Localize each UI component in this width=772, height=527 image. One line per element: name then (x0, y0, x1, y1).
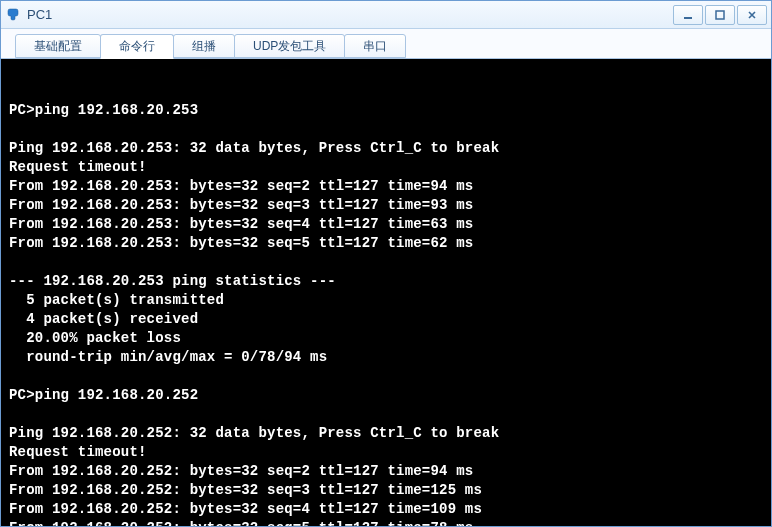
maximize-button[interactable] (705, 5, 735, 25)
tab-label: 基础配置 (34, 38, 82, 55)
tabbar: 基础配置 命令行 组播 UDP发包工具 串口 (1, 29, 771, 59)
minimize-button[interactable] (673, 5, 703, 25)
tab-basic-config[interactable]: 基础配置 (15, 34, 101, 58)
window-title: PC1 (27, 7, 671, 22)
titlebar: PC1 (1, 1, 771, 29)
window-controls (671, 5, 767, 25)
svg-rect-0 (684, 17, 692, 19)
tab-label: 串口 (363, 38, 387, 55)
tab-multicast[interactable]: 组播 (173, 34, 235, 58)
terminal-output[interactable]: PC>ping 192.168.20.253 Ping 192.168.20.2… (1, 59, 771, 526)
tab-label: 命令行 (119, 38, 155, 55)
close-button[interactable] (737, 5, 767, 25)
tab-udp-tool[interactable]: UDP发包工具 (234, 34, 345, 58)
svg-rect-1 (716, 11, 724, 19)
app-window: PC1 基础配置 命令行 组播 UDP发包工具 串口 PC>ping (0, 0, 772, 527)
tab-command-line[interactable]: 命令行 (100, 34, 174, 59)
app-icon (5, 7, 21, 23)
tab-label: 组播 (192, 38, 216, 55)
tab-serial-port[interactable]: 串口 (344, 34, 406, 58)
tab-label: UDP发包工具 (253, 38, 326, 55)
